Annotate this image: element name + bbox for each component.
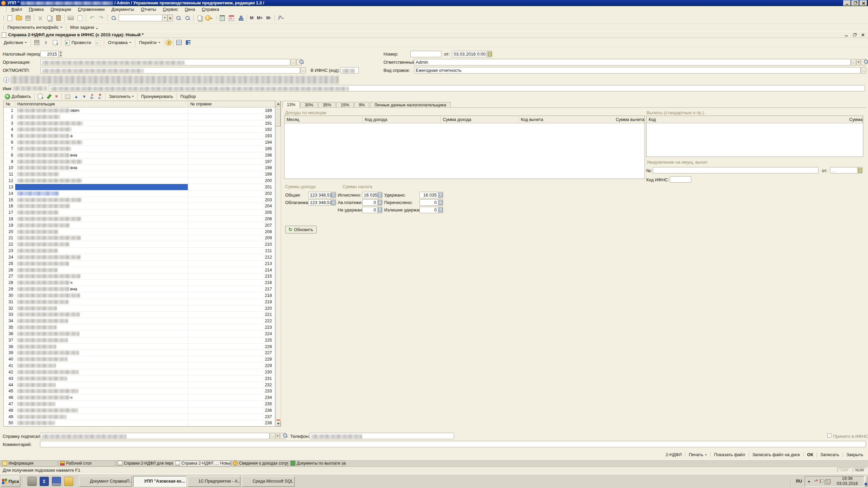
menu-item[interactable]: Операции [47,6,75,12]
taskbar-app-button[interactable]: Среда Microsoft SQL ... [242,476,295,487]
sort-asc-button[interactable]: АЯ↓ [88,94,96,100]
move-up-button[interactable] [72,94,80,99]
menu-item[interactable]: Справочники [75,6,108,12]
user-settings-button[interactable] [236,14,245,22]
table-row[interactable]: 35 223 [4,324,275,331]
accepted-checkbox[interactable] [827,433,831,438]
notice-date-calendar-button[interactable] [857,167,863,173]
search-button[interactable] [109,14,118,22]
toolbox-icon[interactable] [27,477,37,486]
footer-button[interactable]: Закрыть [843,452,867,457]
doc-save-button[interactable] [33,38,41,47]
clock[interactable]: 19:36 03.03.2016 [833,476,861,486]
table-row[interactable]: 36 224 [4,331,275,337]
table-row[interactable]: 11 199 [4,171,275,178]
calculator-button[interactable] [218,14,226,22]
total-calc-button[interactable] [331,192,336,198]
memory-add-button[interactable]: M+ [255,16,264,20]
list-settings-button[interactable] [175,38,183,47]
kind-field[interactable]: Ежегодная отчетность [414,67,861,74]
find-prev-button[interactable] [183,14,192,22]
table-row[interactable]: 22 210 [4,241,275,248]
column-header-number[interactable]: № [4,101,15,107]
print-preview-button[interactable] [76,14,84,22]
signed-open-button[interactable] [280,433,285,439]
delete-row-button[interactable] [53,94,60,99]
table-row[interactable]: 7 195 [4,146,275,152]
computer-icon[interactable] [52,477,61,486]
copy-button[interactable] [45,14,54,22]
table-row[interactable]: 5 а 193 [4,133,275,139]
table-row[interactable]: 18 206 [4,216,275,222]
table-row[interactable]: 38 226 [4,344,275,350]
paste-button[interactable] [54,14,63,22]
table-row[interactable]: 34 222 [4,318,275,324]
start-button[interactable]: Пуск [1,476,20,487]
menu-item[interactable]: Документы [108,6,137,12]
table-row[interactable]: 12 200 [4,178,275,184]
table-scrollbar[interactable] [275,101,281,427]
not-withheld-calc-button[interactable] [377,207,382,213]
send-button[interactable]: Отправка [105,39,134,46]
date-field[interactable]: 03.03.2016 0:00:00 [452,51,493,57]
income-column-header[interactable]: Месяц [284,116,363,123]
table-row[interactable]: 6 194 [4,139,275,146]
scroll-up-button[interactable] [276,101,281,106]
table-row[interactable]: 48 236 [4,407,275,414]
menu-item[interactable]: Окна [181,6,198,12]
responsible-select-button[interactable]: ... [851,59,856,65]
table-row[interactable]: 23 211 [4,248,275,254]
footer-button[interactable]: ОК [803,452,816,457]
memory-subtract-button[interactable]: M- [264,16,273,20]
table-row[interactable]: 27 215 [4,273,275,280]
language-indicator[interactable]: RU [793,477,805,485]
table-row[interactable]: 9 197 [4,159,275,165]
taskbar-app-button[interactable]: УПП "Азовская ко... [133,476,186,487]
footer-button[interactable]: Записать файл на диск [749,452,804,457]
income-column-header[interactable]: Сумма вычета [614,116,645,123]
table-row[interactable]: 39 227 [4,350,275,356]
shell-icon[interactable] [40,477,49,486]
table-row[interactable]: 42 230 [4,369,275,375]
income-column-header[interactable]: Код дохода [363,116,441,123]
table-row[interactable]: 28 ч 216 [4,280,275,286]
goto-button[interactable]: Перейти [137,39,163,46]
save-button[interactable] [24,14,32,22]
cut-button[interactable] [36,14,44,22]
open-button[interactable] [15,14,23,22]
transferred-calc-button[interactable] [438,199,443,206]
restore-button[interactable] [851,0,859,6]
help-button[interactable]: ? [166,40,172,45]
transferred-field[interactable]: 0 [419,199,438,206]
scroll-down-button[interactable] [276,421,281,426]
memory-recall-button[interactable]: M [248,16,255,20]
column-header-certificate[interactable]: № справки [188,101,275,107]
responsible-field[interactable]: Admin [414,59,851,65]
calculated-field[interactable]: 16 035 [362,192,378,198]
table-row[interactable]: 45 233 [4,388,275,394]
find-next-button[interactable] [174,14,182,22]
table-row[interactable]: 19 207 [4,222,275,229]
advance-calc-button[interactable] [377,199,382,206]
table-row[interactable]: 1 ович 189 [4,107,275,114]
table-row[interactable]: 16 204 [4,203,275,209]
table-row[interactable]: 14 202 [4,190,275,197]
date-calendar-button[interactable] [487,51,493,57]
table-row[interactable]: 10 вна 198 [4,165,275,171]
folder-icon[interactable] [64,477,73,486]
signed-clear-button[interactable]: x [276,433,280,439]
number-field[interactable] [410,51,441,57]
table-row[interactable]: 17 205 [4,209,275,216]
rate-tab[interactable]: 15% [336,102,354,108]
table-row[interactable]: 25 213 [4,261,275,267]
doc-copy-button[interactable] [51,38,59,47]
search-dropdown-button[interactable] [162,15,167,21]
responsible-clear-button[interactable]: x [856,59,861,65]
oktmo-field[interactable] [40,67,300,74]
table-row[interactable]: 15 203 [4,197,275,203]
calendar-button[interactable] [227,14,236,22]
info-button[interactable] [204,14,213,22]
not-withheld-field[interactable]: 0 [362,207,378,213]
comment-field[interactable] [40,441,866,447]
footer-button[interactable]: Записать [816,452,843,457]
